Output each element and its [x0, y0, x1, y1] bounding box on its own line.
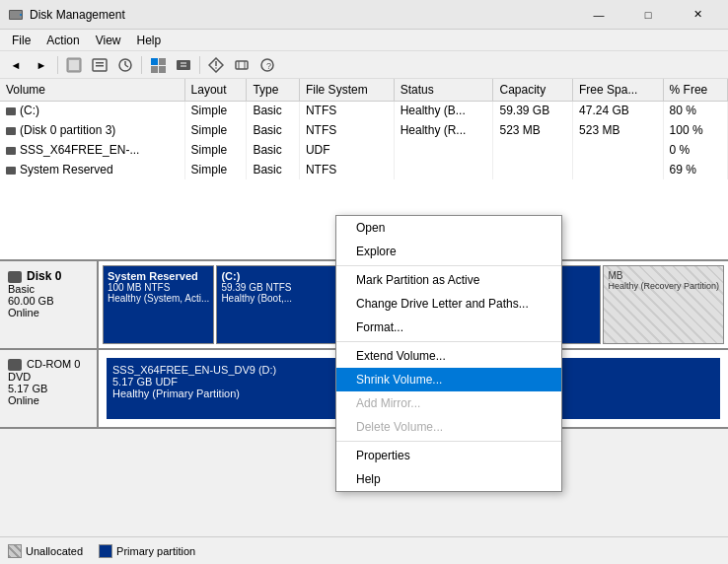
svg-rect-20 — [236, 61, 248, 69]
col-type: Type — [247, 79, 300, 101]
svg-rect-14 — [159, 66, 166, 73]
svg-rect-11 — [151, 58, 158, 65]
toolbar-btn-5[interactable] — [172, 54, 195, 76]
col-layout: Layout — [184, 79, 247, 101]
close-button[interactable]: ✕ — [675, 0, 720, 30]
svg-rect-7 — [96, 65, 104, 67]
legend-primary: Primary partition — [99, 544, 195, 558]
partition-system-reserved[interactable]: System Reserved 100 MB NTFS Healthy (Sys… — [103, 265, 214, 344]
col-filesystem: File System — [299, 79, 394, 101]
cdrom-0-size: 5.17 GB — [8, 383, 47, 394]
toolbar-forward[interactable]: ► — [30, 54, 53, 76]
toolbar-sep-2 — [141, 56, 142, 74]
disk-0-status: Online — [8, 307, 39, 318]
app-icon — [8, 7, 24, 23]
col-freespace: Free Spa... — [573, 79, 664, 101]
toolbar-btn-8[interactable]: ? — [255, 54, 279, 76]
toolbar-back[interactable]: ◄ — [4, 54, 28, 76]
table-row[interactable]: (C:)SimpleBasicNTFSHealthy (B...59.39 GB… — [0, 101, 728, 120]
toolbar-sep-1 — [57, 56, 58, 74]
disk-0-size: 60.00 GB — [8, 295, 53, 307]
legend-unallocated-box — [8, 544, 22, 558]
toolbar-btn-3[interactable] — [113, 54, 137, 76]
context-menu-item[interactable]: Open — [336, 216, 561, 240]
cdrom-0-name: CD-ROM 0 — [27, 358, 80, 370]
col-status: Status — [394, 79, 493, 101]
col-capacity: Capacity — [493, 79, 573, 101]
col-volume: Volume — [0, 79, 184, 101]
context-menu-item[interactable]: Extend Volume... — [336, 344, 561, 368]
toolbar-btn-1[interactable] — [62, 54, 86, 76]
toolbar: ◄ ► ? — [0, 51, 728, 79]
menu-help[interactable]: Help — [129, 32, 170, 49]
toolbar-btn-6[interactable] — [204, 54, 228, 76]
context-menu-item[interactable]: Explore — [336, 240, 561, 263]
disk-0-type: Basic — [8, 283, 35, 295]
legend-unallocated-label: Unallocated — [26, 545, 83, 557]
context-menu: OpenExploreMark Partition as ActiveChang… — [335, 215, 562, 492]
menu-view[interactable]: View — [88, 32, 129, 49]
svg-point-19 — [215, 67, 217, 69]
legend: Unallocated Primary partition — [0, 536, 728, 564]
svg-rect-15 — [177, 60, 190, 70]
disk-0-label: Disk 0 Basic 60.00 GB Online — [0, 261, 99, 348]
svg-rect-13 — [151, 66, 158, 73]
svg-rect-12 — [159, 58, 166, 65]
context-menu-item[interactable]: Help — [336, 467, 561, 491]
menu-action[interactable]: Action — [38, 32, 87, 49]
disk-icon — [6, 147, 16, 155]
col-freepct: % Free — [663, 79, 727, 101]
context-menu-item[interactable]: Properties — [336, 444, 561, 467]
table-row[interactable]: SSS_X64FREE_EN-...SimpleBasicUDF0 % — [0, 140, 728, 160]
cdrom-0-status: Online — [8, 394, 39, 406]
disk-icon — [6, 127, 16, 135]
svg-text:?: ? — [266, 61, 271, 71]
disk-icon — [6, 167, 16, 175]
table-header-row: Volume Layout Type File System Status Ca… — [0, 79, 728, 101]
toolbar-sep-3 — [199, 56, 200, 74]
toolbar-btn-4[interactable] — [146, 54, 170, 76]
context-menu-item[interactable]: Mark Partition as Active — [336, 268, 561, 292]
context-menu-separator — [336, 341, 561, 342]
title-bar: Disk Management — □ ✕ — [0, 0, 728, 30]
minimize-button[interactable]: — — [576, 0, 621, 30]
context-menu-item[interactable]: Format... — [336, 316, 561, 339]
table-row[interactable]: System ReservedSimpleBasicNTFS69 % — [0, 160, 728, 179]
svg-point-2 — [20, 14, 22, 16]
cdrom-0-type: DVD — [8, 371, 31, 383]
toolbar-btn-2[interactable] — [88, 54, 111, 76]
main-content: Volume Layout Type File System Status Ca… — [0, 79, 728, 564]
legend-unallocated: Unallocated — [8, 544, 83, 558]
context-menu-item[interactable]: Shrink Volume... — [336, 368, 561, 391]
window-controls: — □ ✕ — [576, 0, 720, 30]
partition-recovery[interactable]: MB Healthy (Recovery Partition) — [603, 265, 724, 344]
svg-rect-6 — [96, 62, 104, 64]
cdrom-0-label: CD-ROM 0 DVD 5.17 GB Online — [0, 350, 99, 427]
table-row[interactable]: (Disk 0 partition 3)SimpleBasicNTFSHealt… — [0, 120, 728, 140]
menu-bar: File Action View Help — [0, 30, 728, 51]
context-menu-item: Add Mirror... — [336, 391, 561, 415]
context-menu-item[interactable]: Change Drive Letter and Paths... — [336, 292, 561, 316]
disk-icon — [6, 107, 16, 115]
context-menu-separator — [336, 441, 561, 442]
toolbar-btn-7[interactable] — [230, 54, 254, 76]
menu-file[interactable]: File — [4, 32, 38, 49]
context-menu-item: Delete Volume... — [336, 415, 561, 439]
maximize-button[interactable]: □ — [625, 0, 671, 30]
volume-table: Volume Layout Type File System Status Ca… — [0, 79, 728, 179]
window-title: Disk Management — [30, 8, 576, 22]
context-menu-separator — [336, 265, 561, 266]
svg-line-10 — [125, 65, 128, 67]
legend-primary-box — [99, 544, 112, 558]
svg-rect-4 — [69, 60, 79, 70]
disk-0-name: Disk 0 — [27, 269, 61, 283]
legend-primary-label: Primary partition — [116, 545, 195, 557]
